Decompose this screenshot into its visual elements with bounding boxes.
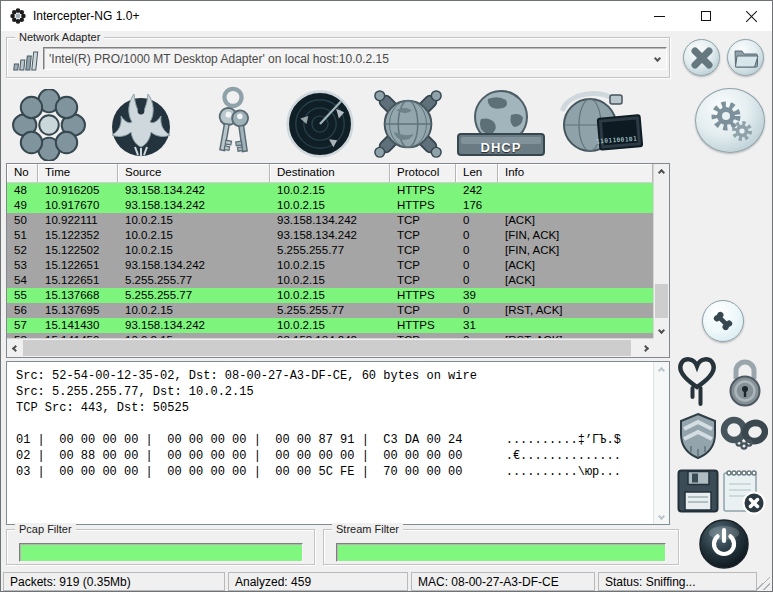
- maximize-button[interactable]: [683, 1, 728, 31]
- bone-icon: [708, 306, 738, 336]
- gears-icon: [704, 97, 756, 145]
- resurrection-mode-button[interactable]: [101, 85, 181, 161]
- status-panel: MAC: 08-00-27-A3-DF-CE: [411, 572, 595, 591]
- app-window: Intercepter-NG 1.0+ Network Adapter 'Int…: [0, 0, 773, 592]
- cell-info: [FIN, ACK]: [498, 243, 653, 258]
- mitm-mode-button[interactable]: [367, 87, 449, 161]
- scan-mode-button[interactable]: [284, 89, 356, 159]
- column-header[interactable]: Len: [456, 164, 498, 182]
- cell-info: [498, 198, 653, 213]
- cookie-killer-button[interactable]: [725, 354, 765, 408]
- cell-time: 15.137695: [38, 303, 118, 318]
- column-header[interactable]: No: [7, 164, 38, 182]
- column-header[interactable]: Info: [498, 164, 653, 182]
- table-row[interactable]: 56 15.137695 10.0.2.15 5.255.255.77 TCP …: [7, 303, 653, 318]
- pcap-filter-group: Pcap Filter: [6, 529, 315, 565]
- stream-filter-input[interactable]: [336, 543, 666, 562]
- cell-len: 0: [456, 303, 498, 318]
- save-pcap-button[interactable]: [677, 469, 719, 513]
- minimize-button[interactable]: [637, 1, 682, 31]
- horizontal-scroll-thumb[interactable]: [23, 340, 631, 356]
- cell-len: 176: [456, 198, 498, 213]
- settings-button[interactable]: [695, 88, 765, 153]
- packet-detail-pane: Src: 52-54-00-12-35-02, Dst: 08-00-27-A3…: [6, 361, 670, 525]
- heartbleed-button[interactable]: [677, 352, 717, 410]
- column-header[interactable]: Protocol: [390, 164, 456, 182]
- table-row[interactable]: 57 15.141430 93.158.134.242 10.0.2.15 HT…: [7, 318, 653, 333]
- table-row[interactable]: 49 10.917670 93.158.134.242 10.0.2.15 HT…: [7, 198, 653, 213]
- scroll-up-icon[interactable]: [654, 164, 669, 180]
- pcap-filter-input[interactable]: [19, 543, 303, 562]
- cell-protocol: TCP: [390, 243, 456, 258]
- table-row[interactable]: 53 15.122651 93.158.134.242 10.0.2.15 TC…: [7, 258, 653, 273]
- chevron-down-icon: [648, 56, 666, 61]
- phoenix-icon: [101, 85, 181, 161]
- table-vertical-scrollbar[interactable]: [653, 164, 669, 338]
- table-row[interactable]: 48 10.916205 93.158.134.242 10.0.2.15 HT…: [7, 183, 653, 198]
- scroll-up-icon: [654, 362, 669, 378]
- column-header[interactable]: Time: [38, 164, 118, 182]
- stop-capture-button[interactable]: [683, 39, 720, 76]
- cell-no: 50: [7, 213, 38, 228]
- cell-time: 15.122651: [38, 273, 118, 288]
- dhcp-mode-button[interactable]: DHCP: [455, 89, 547, 159]
- cell-no: 49: [7, 198, 38, 213]
- cell-source: 10.0.2.15: [118, 303, 270, 318]
- dhcp-globe-icon: [455, 89, 547, 159]
- table-horizontal-scrollbar[interactable]: [7, 338, 653, 357]
- close-button[interactable]: [729, 1, 773, 31]
- detail-vertical-scrollbar[interactable]: [653, 362, 669, 524]
- hex-dump-line: 01 | 00 00 00 00 | 00 00 00 00 | 00 00 8…: [16, 432, 653, 448]
- cell-protocol: HTTPS: [390, 183, 456, 198]
- cell-protocol: HTTPS: [390, 318, 456, 333]
- mitm-globe-icon: [367, 87, 449, 161]
- shield-button[interactable]: [678, 412, 718, 460]
- handcuffs-button[interactable]: [720, 415, 768, 453]
- smb-hijack-button[interactable]: [702, 300, 744, 342]
- scroll-right-icon[interactable]: [637, 339, 653, 357]
- resize-grip[interactable]: [756, 576, 770, 590]
- packet-detail-text: Src: 52-54-00-12-35-02, Dst: 08-00-27-A3…: [7, 362, 653, 524]
- cell-info: [ACK]: [498, 258, 653, 273]
- power-icon: [698, 518, 750, 570]
- cell-no: 51: [7, 228, 38, 243]
- cell-no: 55: [7, 288, 38, 303]
- cell-protocol: HTTPS: [390, 288, 456, 303]
- status-panel: Packets: 919 (0.35Mb): [3, 572, 225, 591]
- cell-source: 93.158.134.242: [118, 258, 270, 273]
- cell-protocol: TCP: [390, 273, 456, 288]
- open-capture-button[interactable]: [727, 39, 764, 76]
- raw-mode-button[interactable]: 1101100101: [555, 89, 645, 159]
- cell-len: 0: [456, 243, 498, 258]
- cell-time: 10.916205: [38, 183, 118, 198]
- table-row[interactable]: 54 15.122651 5.255.255.77 10.0.2.15 TCP …: [7, 273, 653, 288]
- scroll-down-icon[interactable]: [654, 322, 669, 338]
- scroll-left-icon[interactable]: [7, 339, 23, 357]
- table-row[interactable]: 51 15.122352 10.0.2.15 93.158.134.242 TC…: [7, 228, 653, 243]
- vertical-scroll-thumb[interactable]: [655, 284, 668, 318]
- adapter-select[interactable]: 'Intel(R) PRO/1000 MT Desktop Adapter' o…: [43, 47, 667, 70]
- status-panel: Status: Sniffing...: [598, 572, 757, 591]
- cell-info: [ACK]: [498, 213, 653, 228]
- password-mode-button[interactable]: [204, 85, 262, 161]
- detail-line: Src: 52-54-00-12-35-02, Dst: 08-00-27-A3…: [16, 368, 653, 384]
- cell-source: 10.0.2.15: [118, 228, 270, 243]
- cell-info: [498, 288, 653, 303]
- cell-info: [FIN, ACK]: [498, 228, 653, 243]
- start-stop-button[interactable]: [698, 518, 750, 570]
- clear-log-button[interactable]: [721, 467, 767, 515]
- messengers-mode-button[interactable]: [9, 87, 89, 161]
- save-floppy-icon: [677, 469, 719, 513]
- status-panel: Analyzed: 459: [228, 572, 408, 591]
- cell-protocol: TCP: [390, 228, 456, 243]
- signal-bars-icon: [13, 49, 41, 71]
- table-row[interactable]: 55 15.137668 5.255.255.77 10.0.2.15 HTTP…: [7, 288, 653, 303]
- cell-no: 52: [7, 243, 38, 258]
- cell-source: 5.255.255.77: [118, 273, 270, 288]
- column-header[interactable]: Destination: [270, 164, 390, 182]
- table-row[interactable]: 52 15.122502 10.0.2.15 5.255.255.77 TCP …: [7, 243, 653, 258]
- cell-len: 242: [456, 183, 498, 198]
- column-header[interactable]: Source: [118, 164, 270, 182]
- table-row[interactable]: 50 10.922111 10.0.2.15 93.158.134.242 TC…: [7, 213, 653, 228]
- cell-destination: 10.0.2.15: [270, 198, 390, 213]
